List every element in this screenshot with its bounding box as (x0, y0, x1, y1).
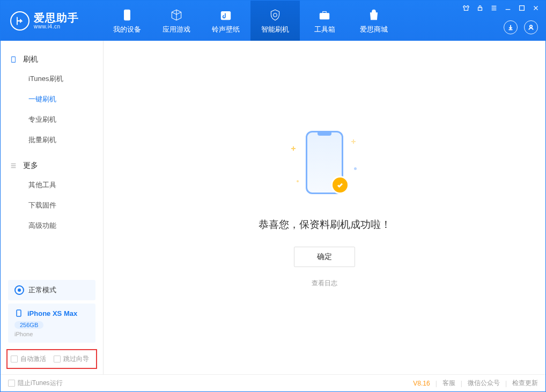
checkbox-block-itunes[interactable]: 阻止iTunes运行 (8, 379, 63, 388)
nav-label: 爱思商城 (360, 25, 388, 34)
success-illustration (287, 128, 362, 203)
nav-my-device[interactable]: 我的设备 (102, 1, 152, 41)
sidebar-item-pro-flash[interactable]: 专业刷机 (1, 109, 103, 130)
group-label: 刷机 (23, 55, 38, 64)
nav-label: 我的设备 (113, 25, 141, 34)
sidebar-group-more: 更多 (1, 157, 103, 175)
svg-rect-4 (478, 8, 482, 10)
view-log-link[interactable]: 查看日志 (312, 279, 337, 288)
check-update-link[interactable]: 检查更新 (512, 379, 538, 388)
svg-rect-2 (320, 13, 329, 19)
checkbox-label: 跳过向导 (63, 354, 89, 364)
sparkle-icon (351, 139, 356, 144)
checkbox-icon (8, 380, 15, 387)
sidebar-item-onekey-flash[interactable]: 一键刷机 (1, 89, 103, 109)
top-nav: 我的设备 应用游戏 铃声壁纸 智能刷机 工具箱 爱思商城 (102, 1, 399, 41)
svg-rect-1 (221, 11, 230, 19)
divider: | (461, 380, 462, 387)
bag-icon (366, 8, 381, 23)
sidebar-item-batch-flash[interactable]: 批量刷机 (1, 130, 103, 150)
dot-icon (354, 167, 357, 170)
checkbox-label: 阻止iTunes运行 (18, 379, 63, 388)
success-headline: 恭喜您，保资料刷机成功啦！ (259, 218, 391, 232)
device-icon (14, 309, 23, 317)
nav-label: 智能刷机 (261, 25, 289, 34)
phone-icon (9, 55, 18, 64)
nav-apps-games[interactable]: 应用游戏 (152, 1, 201, 41)
mode-box[interactable]: 正常模式 (8, 280, 95, 300)
sidebar-item-download-firmware[interactable]: 下载固件 (1, 195, 103, 216)
app-subtitle: www.i4.cn (34, 24, 79, 29)
nav-label: 应用游戏 (163, 25, 190, 34)
svg-rect-5 (520, 6, 525, 11)
checkbox-label: 自动激活 (20, 354, 46, 364)
cube-icon (169, 8, 184, 23)
dot-icon (297, 180, 299, 182)
sidebar-item-other-tools[interactable]: 其他工具 (1, 175, 103, 195)
mode-dot-icon (14, 285, 24, 295)
minimize-icon[interactable] (504, 4, 512, 12)
window-controls-bottom (504, 20, 538, 34)
check-badge-icon (331, 176, 349, 194)
svg-rect-0 (124, 10, 130, 20)
svg-rect-7 (12, 57, 16, 63)
device-box[interactable]: iPhone XS Max 256GB iPhone (8, 304, 95, 343)
checkbox-skip-guide[interactable]: 跳过向导 (54, 354, 89, 364)
toolbox-icon (317, 8, 332, 23)
sidebar-item-itunes-flash[interactable]: iTunes刷机 (1, 69, 103, 89)
lock-icon[interactable] (476, 4, 484, 12)
app-logo-icon (10, 11, 29, 31)
svg-rect-3 (323, 11, 327, 13)
menu-icon[interactable] (490, 4, 498, 12)
support-link[interactable]: 客服 (442, 379, 455, 388)
sparkle-icon (291, 146, 296, 151)
download-button[interactable] (504, 20, 518, 34)
divider: | (436, 380, 437, 387)
nav-label: 工具箱 (314, 25, 335, 34)
list-icon (9, 161, 18, 170)
svg-point-6 (530, 25, 532, 27)
tshirt-icon[interactable] (462, 4, 470, 12)
bottom-options-highlight: 自动激活 跳过向导 (6, 349, 97, 369)
device-type: iPhone (14, 331, 89, 337)
maximize-icon[interactable] (518, 4, 526, 12)
wechat-link[interactable]: 微信公众号 (468, 379, 500, 388)
divider: | (505, 380, 507, 387)
mode-label: 正常模式 (28, 285, 56, 295)
nav-ringtone-wallpaper[interactable]: 铃声壁纸 (201, 1, 250, 41)
music-folder-icon (218, 8, 233, 23)
main-content: 恭喜您，保资料刷机成功啦！ 确定 查看日志 (104, 41, 545, 374)
device-name: iPhone XS Max (27, 309, 77, 317)
svg-rect-8 (17, 310, 21, 316)
sidebar-item-advanced[interactable]: 高级功能 (1, 216, 103, 236)
checkbox-icon (11, 356, 18, 363)
window-controls-top (462, 4, 540, 12)
nav-store[interactable]: 爱思商城 (349, 1, 399, 41)
app-title: 爱思助手 (34, 12, 79, 24)
device-storage: 256GB (14, 321, 43, 329)
statusbar: 阻止iTunes运行 V8.16 | 客服 | 微信公众号 | 检查更新 (1, 374, 545, 391)
device-icon (120, 8, 135, 23)
version-label: V8.16 (413, 380, 430, 387)
app-logo-area: 爱思助手 www.i4.cn (1, 1, 102, 41)
shield-sync-icon (268, 8, 283, 23)
nav-label: 铃声壁纸 (212, 25, 240, 34)
ok-button[interactable]: 确定 (294, 247, 355, 267)
sidebar-group-flash: 刷机 (1, 50, 103, 69)
nav-toolbox[interactable]: 工具箱 (300, 1, 349, 41)
user-button[interactable] (524, 20, 538, 34)
group-label: 更多 (23, 161, 38, 171)
nav-smart-flash[interactable]: 智能刷机 (250, 1, 300, 41)
checkbox-auto-activate[interactable]: 自动激活 (11, 354, 46, 364)
titlebar: 爱思助手 www.i4.cn 我的设备 应用游戏 铃声壁纸 智能刷机 (1, 1, 545, 41)
sidebar: 刷机 iTunes刷机 一键刷机 专业刷机 批量刷机 更多 其他工具 下载固件 … (1, 41, 104, 374)
close-icon[interactable] (532, 4, 540, 12)
checkbox-icon (54, 356, 61, 363)
